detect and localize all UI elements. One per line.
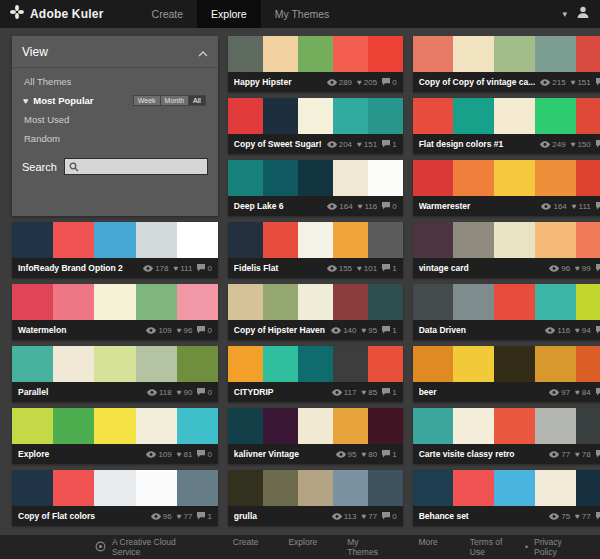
likes-stat[interactable]: ♥99 [575,264,591,273]
color-swatch[interactable] [228,470,263,506]
color-swatch[interactable] [333,98,368,134]
theme-card[interactable]: InfoReady Brand Option 2178♥1110 [12,222,218,278]
color-swatch[interactable] [494,346,535,382]
color-swatch[interactable] [453,346,494,382]
color-swatch[interactable] [263,284,298,320]
color-swatch[interactable] [333,284,368,320]
likes-stat[interactable]: ♥205 [357,78,377,87]
likes-stat[interactable]: ♥78 [575,450,591,459]
footer-link-create[interactable]: Create [233,537,259,557]
likes-stat[interactable]: ♥150 [571,140,591,149]
nav-my-themes[interactable]: My Themes [261,0,344,28]
color-swatch[interactable] [494,470,535,506]
time-filter-all[interactable]: All [188,95,206,106]
color-swatch[interactable] [53,470,94,506]
theme-card[interactable]: Parallel118♥900 [12,346,218,402]
theme-card[interactable]: Fidelis Flat155♥1011 [228,222,403,278]
likes-stat[interactable]: ♥111 [572,202,591,211]
color-swatch[interactable] [413,346,454,382]
color-swatch[interactable] [333,346,368,382]
brand[interactable]: Adobe Kuler [10,5,104,23]
likes-stat[interactable]: ♥151 [357,140,377,149]
likes-stat[interactable]: ♥77 [177,512,193,521]
filter-most-used[interactable]: Most Used [12,110,218,129]
color-swatch[interactable] [413,98,454,134]
color-swatch[interactable] [535,98,576,134]
theme-card[interactable]: Watermelon109♥960 [12,284,218,340]
color-swatch[interactable] [576,36,600,72]
color-swatch[interactable] [263,98,298,134]
color-swatch[interactable] [298,160,333,196]
likes-stat[interactable]: ♥80 [362,450,378,459]
color-swatch[interactable] [177,408,218,444]
theme-card[interactable]: kalivner Vintage95♥801 [228,408,403,464]
color-swatch[interactable] [136,284,177,320]
color-swatch[interactable] [177,284,218,320]
color-swatch[interactable] [368,98,403,134]
time-filter-week[interactable]: Week [133,95,160,106]
color-swatch[interactable] [413,470,454,506]
color-swatch[interactable] [413,284,454,320]
theme-card[interactable]: Warmerester164♥1110 [413,160,600,216]
color-swatch[interactable] [94,222,135,258]
color-swatch[interactable] [298,346,333,382]
color-swatch[interactable] [453,36,494,72]
footer-link-my-themes[interactable]: My Themes [347,537,388,557]
color-swatch[interactable] [12,222,53,258]
theme-card[interactable]: Copy of Flat colors96♥771 [12,470,218,526]
color-swatch[interactable] [333,160,368,196]
theme-card[interactable]: Flat design colors #1249♥1501 [413,98,600,154]
color-swatch[interactable] [535,222,576,258]
color-swatch[interactable] [333,222,368,258]
color-swatch[interactable] [177,470,218,506]
color-swatch[interactable] [368,222,403,258]
color-swatch[interactable] [136,222,177,258]
color-swatch[interactable] [53,346,94,382]
color-swatch[interactable] [368,160,403,196]
color-swatch[interactable] [298,222,333,258]
color-swatch[interactable] [298,408,333,444]
filter-all-themes[interactable]: All Themes [12,72,218,91]
color-swatch[interactable] [12,346,53,382]
color-swatch[interactable] [535,36,576,72]
color-swatch[interactable] [494,160,535,196]
color-swatch[interactable] [535,346,576,382]
color-swatch[interactable] [368,346,403,382]
color-swatch[interactable] [177,222,218,258]
theme-card[interactable]: Behance set75♥770 [413,470,600,526]
nav-explore[interactable]: Explore [197,0,261,28]
color-swatch[interactable] [453,160,494,196]
color-swatch[interactable] [263,36,298,72]
color-swatch[interactable] [333,470,368,506]
collapse-chevron-icon[interactable] [198,43,208,61]
color-swatch[interactable] [453,98,494,134]
color-swatch[interactable] [136,408,177,444]
color-swatch[interactable] [576,346,600,382]
theme-card[interactable]: grulla113♥770 [228,470,403,526]
color-swatch[interactable] [53,284,94,320]
color-swatch[interactable] [228,346,263,382]
user-icon[interactable] [576,5,590,23]
likes-stat[interactable]: ♥151 [571,78,591,87]
theme-card[interactable]: beer97♥840 [413,346,600,402]
footer-link-explore[interactable]: Explore [288,537,317,557]
likes-stat[interactable]: ♥85 [362,388,378,397]
search-box[interactable] [64,158,208,175]
color-swatch[interactable] [576,284,600,320]
theme-card[interactable]: Explore109♥810 [12,408,218,464]
color-swatch[interactable] [12,408,53,444]
color-swatch[interactable] [535,408,576,444]
theme-card[interactable]: CITYDRIP117♥851 [228,346,403,402]
likes-stat[interactable]: ♥81 [177,450,193,459]
color-swatch[interactable] [576,98,600,134]
theme-card[interactable]: Copy of Sweet Sugar!204♥1511 [228,98,403,154]
likes-stat[interactable]: ♥77 [575,512,591,521]
color-swatch[interactable] [228,222,263,258]
color-swatch[interactable] [494,36,535,72]
color-swatch[interactable] [263,222,298,258]
likes-stat[interactable]: ♥101 [357,264,377,273]
color-swatch[interactable] [94,408,135,444]
color-swatch[interactable] [494,98,535,134]
theme-card[interactable]: Data Driven116♥940 [413,284,600,340]
privacy-link[interactable]: Privacy Policy [534,537,586,557]
